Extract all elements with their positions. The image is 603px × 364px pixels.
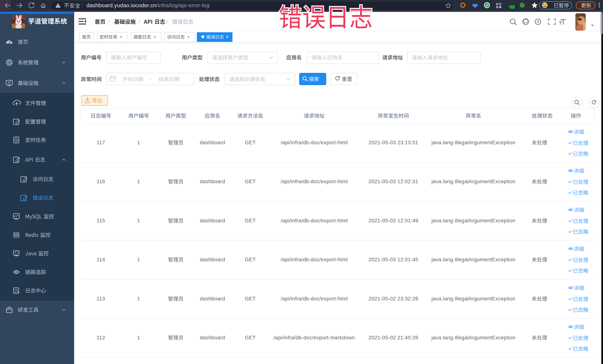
svg-text:on: on <box>511 6 514 8</box>
svg-text:?: ? <box>537 20 539 24</box>
